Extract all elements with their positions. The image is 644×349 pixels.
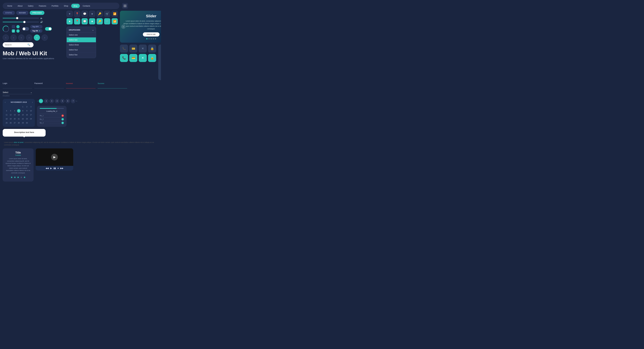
- slider-press-me-button[interactable]: PRESS ME: [143, 32, 159, 36]
- star-4-empty[interactable]: ★: [20, 176, 22, 179]
- cal-day-12[interactable]: 12: [9, 113, 12, 116]
- arrow-right-1[interactable]: ›: [10, 34, 17, 41]
- pressed-button[interactable]: PRESSED: [30, 11, 44, 15]
- search-icon[interactable]: 🔍: [27, 43, 30, 46]
- cal-day-9[interactable]: 9: [25, 109, 28, 112]
- incorrect-input[interactable]: [66, 85, 96, 88]
- cal-day-28[interactable]: 28: [17, 121, 20, 125]
- cal-day-6[interactable]: 6: [13, 109, 16, 112]
- dropdown-item-1[interactable]: Select one: [67, 32, 96, 38]
- wifi-icon-box-1[interactable]: 📶: [112, 11, 118, 17]
- cal-day-14[interactable]: 14: [17, 113, 20, 116]
- nav-features[interactable]: Features: [36, 4, 48, 8]
- cal-day-27[interactable]: 27: [13, 121, 16, 125]
- cal-day-21[interactable]: 21: [17, 117, 20, 121]
- slider-1-track[interactable]: [3, 18, 39, 18]
- cal-day-2[interactable]: 2: [25, 105, 28, 108]
- heart-icon-box-2[interactable]: ♥: [66, 18, 73, 24]
- nav-home[interactable]: Home: [5, 4, 14, 8]
- dropdown-item-3[interactable]: Select three: [67, 42, 96, 47]
- chat-icon-box-1[interactable]: 💬: [82, 11, 88, 17]
- page-6-button[interactable]: 6: [66, 99, 70, 103]
- location-icon-box-2[interactable]: 📍: [74, 18, 80, 24]
- key-icon-box-2[interactable]: 🔑: [96, 18, 103, 24]
- cal-day-11[interactable]: 11: [5, 113, 8, 116]
- cal-day-19[interactable]: 19: [9, 117, 12, 121]
- star-5[interactable]: ★: [23, 176, 26, 179]
- calendar-next-button[interactable]: ›: [32, 101, 33, 104]
- page-3-button[interactable]: 3: [50, 99, 54, 103]
- nav-shop[interactable]: Shop: [62, 4, 71, 8]
- cal-day-23[interactable]: 23: [25, 117, 28, 121]
- close-icon-box-2[interactable]: ✕: [139, 54, 147, 62]
- cart-icon-box-1[interactable]: 🛒: [104, 11, 110, 17]
- cal-day-7[interactable]: 7: [17, 109, 20, 112]
- slider-2-thumb[interactable]: [23, 21, 26, 23]
- page-7-button[interactable]: 7: [71, 99, 75, 103]
- cal-day-22[interactable]: 22: [21, 117, 24, 121]
- cal-day-4[interactable]: 4: [5, 109, 8, 112]
- page-2-button[interactable]: 2: [44, 99, 48, 103]
- page-next-button[interactable]: ›: [76, 100, 77, 102]
- tag-on[interactable]: Tag ON ✕: [30, 29, 42, 32]
- video-stop-button[interactable]: ■: [58, 167, 58, 169]
- star-3[interactable]: ★: [17, 176, 19, 179]
- cal-day-20[interactable]: 20: [13, 117, 16, 121]
- star-icon-box-1[interactable]: ★: [89, 11, 95, 17]
- slider-dot-5[interactable]: [155, 38, 156, 40]
- cal-day-26[interactable]: 26: [9, 121, 12, 125]
- cal-day-1[interactable]: 1: [21, 105, 24, 108]
- cal-day-5[interactable]: 5: [9, 109, 12, 112]
- arrow-left-2[interactable]: ‹: [18, 34, 24, 41]
- page-4-button[interactable]: 4: [55, 99, 59, 103]
- lock-icon-box-2[interactable]: 🔒: [148, 54, 156, 62]
- video-forward-button[interactable]: ▶▶: [60, 167, 64, 170]
- tag-off[interactable]: Tag OFF: [30, 25, 42, 28]
- cal-day-24[interactable]: 24: [29, 117, 33, 121]
- cal-day-8[interactable]: 8: [21, 109, 24, 112]
- cal-day-30[interactable]: 30: [25, 121, 28, 125]
- dropdown-item-2-selected[interactable]: Select two: [67, 38, 96, 42]
- search-input[interactable]: [5, 44, 26, 46]
- toggle-off[interactable]: [22, 27, 29, 30]
- select-dropdown[interactable]: Select ⌄: [3, 90, 32, 94]
- star-icon-box-2[interactable]: ★: [89, 18, 95, 24]
- video-play-button[interactable]: ▶: [50, 167, 52, 170]
- hover-button[interactable]: HOVER: [16, 11, 28, 15]
- static-button[interactable]: STATIC: [3, 11, 15, 15]
- cal-day-25[interactable]: 25: [5, 121, 8, 125]
- cal-day-18[interactable]: 18: [5, 117, 8, 121]
- cal-day-13[interactable]: 13: [13, 113, 16, 116]
- key-icon-box-1[interactable]: 🔑: [96, 11, 103, 17]
- nav-galery[interactable]: Galery: [26, 4, 36, 8]
- star-1[interactable]: ★: [10, 176, 13, 179]
- page-1-button[interactable]: 1: [39, 99, 43, 103]
- cal-day-3[interactable]: 3: [29, 105, 33, 108]
- location-icon-box-1[interactable]: 📍: [74, 11, 80, 17]
- toggle-on[interactable]: [45, 27, 52, 30]
- dropdown-item-4[interactable]: Select four: [67, 47, 96, 52]
- slider-dot-2[interactable]: [148, 38, 150, 40]
- cal-day-17[interactable]: 17: [29, 113, 33, 116]
- arrow-right-2[interactable]: ›: [26, 34, 32, 41]
- slider-1-thumb[interactable]: [16, 17, 18, 19]
- radio-button[interactable]: [16, 25, 20, 28]
- nav-blog[interactable]: Blog: [71, 4, 80, 8]
- page-5-button[interactable]: 5: [60, 99, 64, 103]
- arrow-right-3[interactable]: ›: [42, 34, 48, 41]
- nav-portfolio[interactable]: Portfolio: [49, 4, 61, 8]
- phone-call-icon-box-2[interactable]: 📞: [120, 54, 128, 62]
- cal-day-15[interactable]: 15: [21, 113, 24, 116]
- checkbox-checked[interactable]: ✓: [12, 30, 15, 32]
- menu-button[interactable]: [122, 3, 128, 9]
- arrow-left-1[interactable]: ‹: [3, 34, 9, 41]
- tag-close-icon[interactable]: ✕: [39, 30, 40, 32]
- password-input[interactable]: [34, 85, 64, 88]
- slider-dot-3[interactable]: [150, 38, 152, 40]
- login-input[interactable]: [3, 85, 32, 88]
- wifi-icon-box-2[interactable]: 📶: [112, 18, 118, 24]
- lock-icon-box-1[interactable]: 🔒: [148, 44, 156, 52]
- star-2[interactable]: ★: [14, 176, 16, 179]
- cart-icon-box-2[interactable]: 🛒: [104, 18, 110, 24]
- wallet-icon-box-1[interactable]: 💳: [129, 44, 137, 52]
